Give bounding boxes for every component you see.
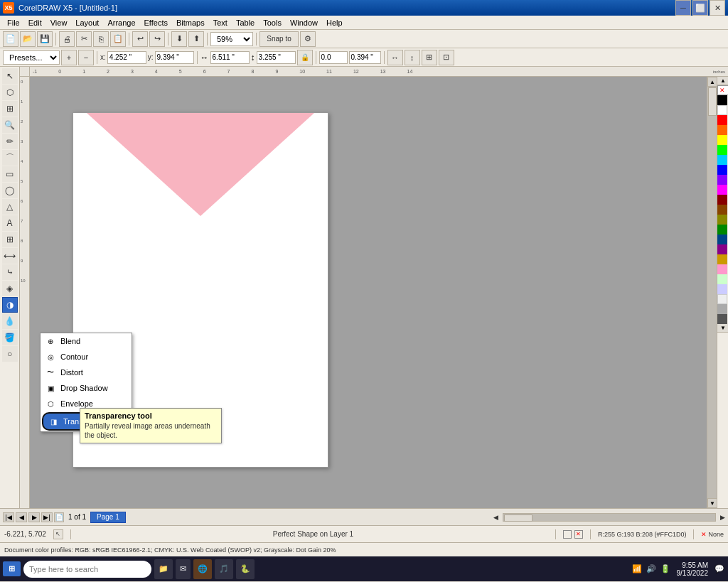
menu-edit[interactable]: Edit	[24, 17, 46, 28]
print-button[interactable]: 🖨	[59, 31, 75, 47]
table-tool[interactable]: ⊞	[2, 232, 18, 247]
color-swatch-gray[interactable]	[717, 304, 727, 314]
palette-scroll-down[interactable]: ▼	[717, 324, 728, 333]
blend-tool[interactable]: ◈	[2, 281, 18, 296]
clock-display[interactable]: 9:55 AM 9/13/2022	[677, 561, 709, 577]
x-input[interactable]	[107, 51, 146, 64]
rotation-input[interactable]	[319, 51, 348, 64]
color-swatch-yellow[interactable]	[717, 135, 727, 145]
color-swatch-lightgreen[interactable]	[717, 274, 727, 284]
color-swatch-lightblue[interactable]	[717, 284, 727, 294]
menu-bitmaps[interactable]: Bitmaps	[172, 17, 209, 28]
transform-button[interactable]: ⊡	[439, 50, 454, 65]
close-button[interactable]: ✕	[710, 0, 725, 16]
h-scrollbar[interactable]	[503, 513, 716, 522]
add-preset-button[interactable]: +	[61, 50, 77, 65]
menu-arrange[interactable]: Arrange	[103, 17, 139, 28]
shape-tool[interactable]: ⬡	[2, 85, 18, 100]
ctx-distort[interactable]: 〜 Distort	[41, 365, 132, 380]
crop-tool[interactable]: ⊞	[2, 101, 18, 117]
outline-tool[interactable]: ○	[2, 346, 18, 362]
zoom-select[interactable]: 59% 100% 50% 25%	[210, 32, 253, 46]
delete-preset-button[interactable]: −	[78, 50, 94, 65]
cursor-icon[interactable]: ↖	[53, 529, 63, 539]
taskbar-app-mail[interactable]: ✉	[176, 559, 191, 579]
color-swatch-gold[interactable]	[717, 254, 727, 264]
fill-tool[interactable]: 🪣	[2, 330, 18, 345]
undo-button[interactable]: ↩	[132, 31, 148, 47]
h-scroll-left[interactable]: ◀	[493, 514, 501, 521]
menu-effects[interactable]: Effects	[140, 17, 172, 28]
taskbar-search-input[interactable]	[23, 561, 151, 578]
ellipse-tool[interactable]: ◯	[2, 183, 18, 198]
menu-file[interactable]: File	[3, 17, 24, 28]
paste-button[interactable]: 📋	[110, 31, 126, 47]
color-swatch-purple[interactable]	[717, 175, 727, 185]
taskbar-app-music[interactable]: 🎵	[215, 559, 233, 579]
start-button[interactable]: ⊞	[3, 561, 21, 576]
taskbar-app-explorer[interactable]: 📁	[154, 559, 173, 579]
y-input[interactable]	[155, 51, 194, 64]
color-swatch-blue[interactable]	[717, 165, 727, 175]
height-input[interactable]	[257, 51, 296, 64]
next-page-button[interactable]: ▶	[28, 512, 40, 522]
scrollbar-thumb[interactable]	[708, 87, 717, 116]
none-swatch[interactable]: ✕	[717, 85, 728, 95]
notification-icon[interactable]: 💬	[714, 564, 725, 575]
first-page-button[interactable]: |◀	[3, 512, 14, 522]
color-swatch-red[interactable]	[717, 115, 727, 125]
palette-scroll-up[interactable]: ▲	[717, 77, 728, 85]
effects-tool[interactable]: ◑	[2, 297, 18, 313]
presets-select[interactable]: Presets...	[3, 50, 60, 65]
redo-button[interactable]: ↪	[149, 31, 165, 47]
color-swatch-darkgray[interactable]	[717, 314, 727, 324]
color-swatch-magenta[interactable]	[717, 185, 727, 195]
text-tool[interactable]: A	[2, 215, 18, 231]
mirror-input[interactable]	[349, 51, 381, 64]
options-button[interactable]: ⚙	[300, 31, 316, 47]
mirror-v-button[interactable]: ↕	[405, 50, 420, 65]
restore-button[interactable]: ⬜	[692, 0, 708, 16]
color-swatch-black[interactable]	[717, 95, 727, 105]
ctx-contour[interactable]: ◎ Contour	[41, 349, 132, 365]
polygon-tool[interactable]: △	[2, 199, 18, 215]
color-swatch-lightgray[interactable]	[717, 294, 727, 304]
color-swatch-darkpurple[interactable]	[717, 244, 727, 254]
network-icon[interactable]: 📶	[631, 564, 643, 575]
menu-window[interactable]: Window	[286, 17, 322, 28]
color-swatch-brown[interactable]	[717, 205, 727, 215]
import-button[interactable]: ⬇	[171, 31, 187, 47]
ctx-blend[interactable]: ⊕ Blend	[41, 333, 132, 349]
copy-button[interactable]: ⎘	[93, 31, 109, 47]
smart-draw-tool[interactable]: ⌒	[2, 150, 18, 166]
pink-triangle[interactable]	[87, 113, 314, 216]
last-page-button[interactable]: ▶|	[41, 512, 53, 522]
color-swatch-cyan[interactable]	[717, 155, 727, 165]
taskbar-app-browser[interactable]: 🌐	[193, 559, 212, 579]
color-swatch-darkgreen[interactable]	[717, 225, 727, 235]
color-swatch-darkred[interactable]	[717, 195, 727, 205]
color-swatch-navy[interactable]	[717, 235, 727, 244]
align-button[interactable]: ⊞	[422, 50, 437, 65]
menu-help[interactable]: Help	[322, 17, 347, 28]
zoom-tool[interactable]: 🔍	[2, 117, 18, 133]
color-swatch-pink[interactable]	[717, 264, 727, 274]
mirror-h-button[interactable]: ↔	[387, 50, 403, 65]
h-scroll-right[interactable]: ▶	[717, 514, 725, 521]
open-button[interactable]: 📂	[20, 31, 36, 47]
minimize-button[interactable]: ─	[675, 0, 691, 16]
connector-tool[interactable]: ⤷	[2, 264, 18, 280]
battery-icon[interactable]: 🔋	[660, 564, 671, 575]
add-page-button[interactable]: 📄	[54, 512, 64, 522]
color-swatch-orange[interactable]	[717, 125, 727, 135]
rectangle-tool[interactable]: ▭	[2, 166, 18, 182]
menu-layout[interactable]: Layout	[71, 17, 103, 28]
snap-to-button[interactable]: Snap to	[259, 31, 299, 47]
menu-table[interactable]: Table	[232, 17, 259, 28]
color-swatch-olive[interactable]	[717, 215, 727, 225]
export-button[interactable]: ⬆	[188, 31, 204, 47]
cut-button[interactable]: ✂	[76, 31, 92, 47]
menu-text[interactable]: Text	[209, 17, 232, 28]
ctx-drop-shadow[interactable]: ▣ Drop Shadow	[41, 380, 132, 396]
save-button[interactable]: 💾	[37, 31, 53, 47]
